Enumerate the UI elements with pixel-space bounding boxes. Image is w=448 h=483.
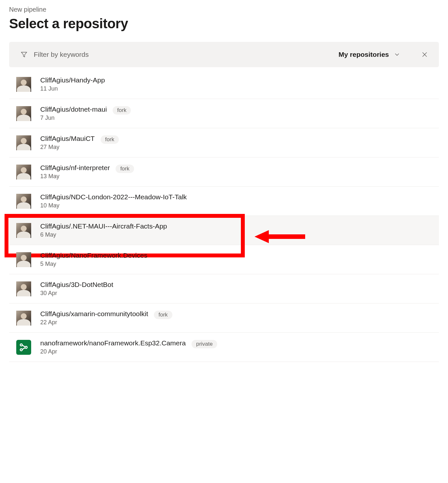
user-avatar (16, 77, 31, 92)
repo-row[interactable]: CliffAgius/xamarin-communitytoolkit22 Ap… (9, 303, 439, 333)
fork-badge: fork (116, 165, 134, 173)
repo-row[interactable]: CliffAgius/nf-interpreter13 Mayfork (9, 157, 439, 187)
repo-list: CliffAgius/Handy-App11 JunCliffAgius/dot… (9, 70, 439, 362)
org-avatar (16, 340, 31, 355)
repo-name: CliffAgius/3D-DotNetBot (40, 281, 113, 289)
repo-row[interactable]: CliffAgius/3D-DotNetBot30 Apr (9, 274, 439, 303)
repo-row[interactable]: CliffAgius/dotnet-maui7 Junfork (9, 99, 439, 128)
fork-badge: fork (101, 135, 119, 144)
fork-network-icon (16, 340, 31, 355)
repo-name: CliffAgius/MauiCT (40, 135, 95, 142)
user-avatar (16, 311, 31, 326)
repo-name: CliffAgius/NanoFramework.Devices (40, 252, 147, 259)
chevron-down-icon (393, 51, 401, 58)
repo-name: CliffAgius/.NET-MAUI---Aircraft-Facts-Ap… (40, 222, 167, 230)
repo-date: 22 Apr (40, 319, 148, 326)
repo-date: 7 Jun (40, 115, 107, 121)
user-avatar (16, 194, 31, 209)
page-title: Select a repository (9, 16, 439, 31)
repo-date: 6 May (40, 231, 167, 238)
repo-name: CliffAgius/dotnet-maui (40, 105, 107, 113)
repo-date: 5 May (40, 261, 147, 267)
fork-badge: fork (154, 311, 172, 319)
filter-icon (20, 51, 28, 58)
user-avatar (16, 252, 31, 267)
svg-point-4 (25, 346, 27, 349)
svg-point-3 (20, 349, 22, 351)
repo-name: CliffAgius/xamarin-communitytoolkit (40, 310, 148, 318)
repo-row[interactable]: CliffAgius/MauiCT27 Mayfork (9, 128, 439, 157)
repo-row[interactable]: CliffAgius/NanoFramework.Devices5 May (9, 245, 439, 274)
repo-row[interactable]: CliffAgius/.NET-MAUI---Aircraft-Facts-Ap… (9, 216, 439, 245)
filter-bar: My repositories (9, 42, 439, 67)
annotation-arrow-icon (255, 229, 306, 244)
private-badge: private (192, 340, 217, 348)
svg-point-2 (20, 344, 22, 346)
repo-row[interactable]: nanoframework/nanoFramework.Esp32.Camera… (9, 333, 439, 362)
repo-name: CliffAgius/Handy-App (40, 76, 105, 84)
repo-name: nanoframework/nanoFramework.Esp32.Camera (40, 339, 186, 347)
user-avatar (16, 135, 31, 150)
repo-row[interactable]: CliffAgius/NDC-London-2022---Meadow-IoT-… (9, 187, 439, 216)
fork-badge: fork (113, 106, 131, 115)
user-avatar (16, 281, 31, 296)
repo-date: 10 May (40, 202, 187, 209)
repo-date: 13 May (40, 173, 110, 180)
user-avatar (16, 223, 31, 238)
user-avatar (16, 165, 31, 180)
repo-date: 20 Apr (40, 348, 186, 355)
close-button[interactable] (419, 49, 430, 60)
repo-row[interactable]: CliffAgius/Handy-App11 Jun (9, 70, 439, 99)
user-avatar (16, 106, 31, 121)
scope-dropdown[interactable]: My repositories (337, 48, 402, 61)
repo-date: 27 May (40, 144, 95, 151)
repo-name: CliffAgius/NDC-London-2022---Meadow-IoT-… (40, 193, 187, 201)
repo-date: 11 Jun (40, 85, 105, 92)
scope-label: My repositories (339, 51, 389, 58)
repo-name: CliffAgius/nf-interpreter (40, 164, 110, 172)
repo-date: 30 Apr (40, 290, 113, 297)
filter-input[interactable] (34, 51, 331, 58)
svg-marker-1 (255, 230, 269, 243)
breadcrumb: New pipeline (9, 6, 439, 13)
